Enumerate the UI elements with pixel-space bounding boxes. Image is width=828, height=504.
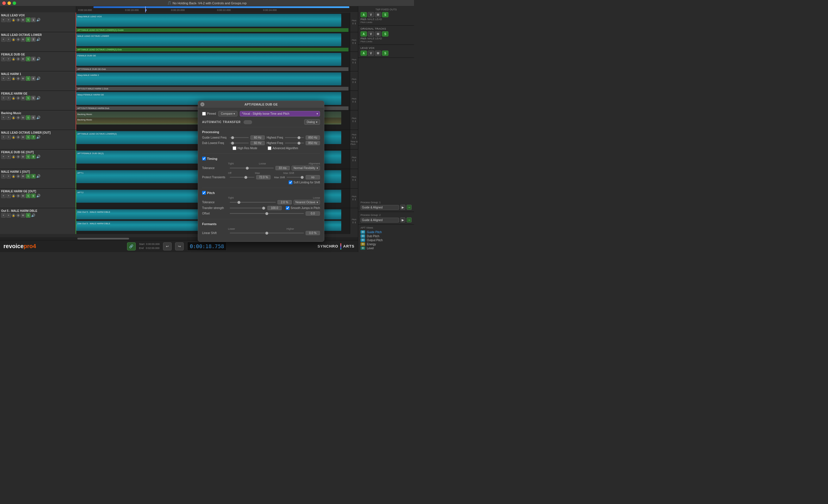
- lock-btn-9[interactable]: 🔒: [11, 174, 15, 178]
- redo-btn[interactable]: ↪: [175, 242, 184, 250]
- add2-btn-10[interactable]: +: [6, 194, 11, 198]
- pitch-tolerance-thumb[interactable]: [238, 201, 240, 204]
- formants-shift-slider[interactable]: [230, 231, 304, 235]
- add-btn-10[interactable]: +: [1, 194, 6, 198]
- gear-btn-6[interactable]: ⚙: [16, 116, 20, 120]
- lv-m-btn[interactable]: M: [375, 51, 381, 56]
- timing-tolerance-slider[interactable]: [230, 166, 274, 170]
- m-btn-8[interactable]: M: [21, 154, 25, 159]
- pg2-go-btn[interactable]: →: [407, 217, 412, 222]
- add-btn-5[interactable]: +: [1, 96, 6, 100]
- high-res-label[interactable]: High Res Mode: [233, 146, 257, 150]
- lock-btn-2[interactable]: 🔒: [11, 37, 15, 41]
- add-btn-6[interactable]: +: [1, 115, 6, 120]
- alignment-dropdown[interactable]: Normal Flexibility ▾: [292, 166, 320, 170]
- timing-checkbox[interactable]: [202, 157, 206, 160]
- dub-highest-thumb[interactable]: [298, 142, 300, 144]
- lock-btn-4[interactable]: 🔒: [11, 77, 15, 81]
- high-res-checkbox[interactable]: [233, 146, 236, 150]
- lock-btn-8[interactable]: 🔒: [11, 155, 15, 159]
- add-btn-7[interactable]: +: [1, 135, 6, 139]
- gear-btn-4[interactable]: ⚙: [16, 77, 20, 81]
- add2-btn-9[interactable]: +: [6, 174, 11, 178]
- ot-s-btn[interactable]: S: [382, 31, 388, 37]
- gear-btn-1[interactable]: ⚙: [16, 18, 20, 22]
- s-btn-5[interactable]: S: [26, 96, 31, 100]
- tp-m-btn[interactable]: M: [375, 12, 381, 17]
- pitch-offset-thumb[interactable]: [265, 212, 268, 215]
- max-shift-slider[interactable]: [287, 175, 304, 179]
- apt-view-energy[interactable]: 👁 Energy: [361, 242, 412, 246]
- protect-transients-thumb[interactable]: [244, 176, 247, 179]
- add-btn-8[interactable]: +: [1, 154, 6, 159]
- dub-lowest-thumb[interactable]: [231, 142, 234, 144]
- formants-shift-thumb[interactable]: [265, 232, 268, 235]
- gear-btn-8[interactable]: ⚙: [16, 155, 20, 159]
- s-btn-3[interactable]: S: [26, 57, 31, 61]
- gear-btn-7[interactable]: ⚙: [16, 135, 20, 139]
- lock-btn-1[interactable]: 🔒: [11, 18, 15, 22]
- add-btn-3[interactable]: +: [1, 57, 6, 61]
- pg2-play-btn[interactable]: ▶: [400, 217, 405, 222]
- preset-dropdown[interactable]: *Vocal - Slightly loose Time and Pitch ▾: [240, 111, 320, 117]
- add-btn-11[interactable]: +: [1, 213, 6, 218]
- tp-v-btn[interactable]: V: [368, 12, 374, 17]
- gear-btn-11[interactable]: ⚙: [16, 213, 20, 217]
- dub-highest-slider[interactable]: [285, 141, 304, 145]
- transfer-strength-slider[interactable]: [230, 206, 266, 210]
- pg1-dropdown[interactable]: Guide & Aligned: [361, 205, 399, 210]
- advanced-algo-checkbox[interactable]: [268, 146, 272, 150]
- s-btn-2[interactable]: S: [26, 37, 31, 42]
- pg1-go-btn[interactable]: →: [407, 205, 412, 210]
- pitch-offset-slider[interactable]: [230, 212, 304, 216]
- add2-btn-1[interactable]: +: [6, 17, 11, 22]
- add2-btn-2[interactable]: +: [6, 37, 11, 42]
- s-btn-6[interactable]: S: [26, 115, 31, 120]
- guide-lowest-thumb[interactable]: [231, 136, 234, 139]
- m-btn-6[interactable]: M: [21, 115, 25, 120]
- m-btn-3[interactable]: M: [21, 57, 25, 61]
- m-btn-1[interactable]: M: [21, 17, 25, 22]
- playback-bar[interactable]: [93, 6, 349, 8]
- pitch-mode-dropdown[interactable]: Nearest Octave ▾: [294, 200, 320, 205]
- add2-btn-4[interactable]: +: [6, 76, 11, 81]
- add2-btn-6[interactable]: +: [6, 115, 11, 120]
- link-btn[interactable]: 🔗: [127, 242, 136, 250]
- m-btn-7[interactable]: M: [21, 135, 25, 139]
- modal-close-btn[interactable]: ×: [200, 102, 204, 107]
- add2-btn-8[interactable]: +: [6, 154, 11, 159]
- add-btn-2[interactable]: +: [1, 37, 6, 42]
- m-btn-2[interactable]: M: [21, 37, 25, 42]
- gear-btn-3[interactable]: ⚙: [16, 57, 20, 61]
- lock-btn-6[interactable]: 🔒: [11, 116, 15, 120]
- compare-btn[interactable]: Compare ▾: [218, 111, 238, 117]
- ot-m-btn[interactable]: M: [375, 31, 381, 37]
- lock-btn-11[interactable]: 🔒: [11, 213, 15, 217]
- lock-btn-3[interactable]: 🔒: [11, 57, 15, 61]
- tp-a-btn[interactable]: A: [361, 12, 367, 17]
- s-btn-8[interactable]: S: [26, 154, 31, 159]
- m-btn-5[interactable]: M: [21, 96, 25, 100]
- pg1-play-btn[interactable]: ▶: [400, 205, 405, 210]
- auto-transfer-toggle[interactable]: [244, 120, 252, 124]
- guide-highest-thumb[interactable]: [298, 136, 300, 139]
- apt-view-dub-pitch[interactable]: 👁 Dub Pitch: [361, 234, 412, 238]
- lv-a-btn[interactable]: A: [361, 51, 367, 56]
- s-btn-11[interactable]: S: [26, 213, 31, 218]
- pg2-dropdown[interactable]: Guide & Aligned: [361, 218, 399, 222]
- smooth-jumps-checkbox[interactable]: [286, 206, 290, 210]
- pinned-checkbox-label[interactable]: Pinned: [202, 112, 216, 116]
- s-btn-1[interactable]: S: [26, 17, 31, 22]
- tp-s-btn[interactable]: S: [382, 12, 388, 17]
- add2-btn-11[interactable]: +: [6, 213, 11, 218]
- apt-view-level[interactable]: 👁 Level: [361, 246, 412, 250]
- protect-transients-slider[interactable]: [230, 175, 254, 179]
- close-button[interactable]: [2, 1, 6, 5]
- m-btn-4[interactable]: M: [21, 76, 25, 81]
- undo-btn[interactable]: ↩: [163, 242, 172, 250]
- lock-btn-7[interactable]: 🔒: [11, 135, 15, 139]
- m-btn-10[interactable]: M: [21, 194, 25, 198]
- s-btn-4[interactable]: S: [26, 76, 31, 81]
- ot-a-btn[interactable]: A: [361, 31, 367, 37]
- gear-btn-10[interactable]: ⚙: [16, 194, 20, 198]
